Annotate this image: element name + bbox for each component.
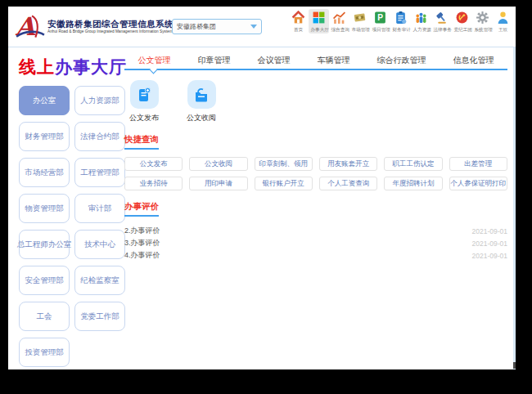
nav-item-label: 财务审计 — [393, 27, 409, 32]
nav-item-finance-audit[interactable]: 财务审计 — [390, 9, 411, 34]
quick-query-button[interactable]: 公文发布 — [124, 157, 183, 171]
sidebar-item-finance[interactable]: 财务管理部 — [19, 122, 70, 151]
project-icon: P — [373, 11, 387, 25]
evaluation-label: 2.办事评价 — [124, 226, 160, 236]
nav-item-label: 党纪工团 — [454, 27, 471, 32]
quick-query-button[interactable]: 用印申请 — [189, 177, 247, 190]
quick-query-button[interactable]: 用友账套开立 — [319, 157, 377, 171]
party-emblem-icon — [455, 11, 469, 25]
evaluation-label: 4.办事评价 — [124, 250, 160, 261]
main-content: 公文管理 印章管理 会议管理 车辆管理 综合行政管理 信息化管理 公文发布 公文… — [124, 54, 507, 262]
quick-query-button[interactable]: 公文收阅 — [189, 157, 247, 171]
top-nav: 首页 办事大厅 综合查询 市场管理 — [288, 9, 513, 34]
header: A 安徽路桥集团综合管理信息系统 Anhui Road & Bridge Gro… — [8, 7, 516, 47]
tab-info-management[interactable]: 信息化管理 — [453, 54, 494, 69]
nav-item-label: 综合查询 — [331, 27, 348, 32]
sidebar-item-engineering[interactable]: 工程管理部 — [74, 158, 125, 187]
chevron-down-icon — [250, 25, 257, 29]
chart-icon — [332, 11, 346, 25]
nav-item-human-resources[interactable]: 人力资源 — [411, 9, 431, 34]
page-title-part1: 线上 — [19, 57, 55, 76]
sidebar-item-chief-engineer[interactable]: 总工程师办公室 — [19, 230, 70, 259]
evaluation-section: 办事评价 2.办事评价 2021-09-01 3.办事评价 2021-09-01… — [124, 201, 507, 262]
quick-query-button[interactable]: 银行账户开立 — [255, 177, 313, 190]
sidebar-item-legal[interactable]: 法律合约部 — [74, 122, 125, 151]
list-item[interactable]: 4.办事评价 2021-09-01 — [124, 249, 507, 262]
document-publish-icon — [130, 80, 159, 109]
sidebar-item-union[interactable]: 工会 — [19, 302, 70, 331]
evaluation-title: 办事评价 — [124, 201, 507, 212]
svg-text:P: P — [377, 13, 383, 22]
sidebar-item-investment[interactable]: 投资管理部 — [19, 338, 70, 367]
app-subtitle: Anhui Road & Bridge Group Integrated Man… — [47, 29, 173, 34]
quick-query-button[interactable]: 个人工资查询 — [319, 177, 377, 190]
shortcut-label: 公文收阅 — [182, 113, 221, 123]
sidebar-item-safety[interactable]: 安全管理部 — [19, 266, 70, 295]
nav-item-party-union[interactable]: 党纪工团 — [452, 9, 472, 34]
list-item[interactable]: 3.办事评价 2021-09-01 — [124, 237, 507, 249]
nav-item-comprehensive-query[interactable]: 综合查询 — [329, 9, 349, 34]
quick-query-button[interactable]: 业务招待 — [124, 177, 183, 190]
list-item[interactable]: 2.办事评价 2021-09-01 — [124, 225, 507, 237]
quick-query-button[interactable]: 个人参保证明打印 — [449, 177, 507, 190]
gear-icon — [476, 11, 489, 25]
quick-query-button[interactable]: 出差管理 — [449, 157, 507, 171]
home-icon — [291, 11, 305, 25]
nav-item-label: 项目管理 — [372, 27, 389, 32]
quick-query-title: 快捷查询 — [124, 134, 507, 145]
money-icon — [353, 11, 367, 25]
app-title: 安徽路桥集团综合管理信息系统 — [47, 19, 179, 29]
evaluation-date: 2021-09-01 — [472, 227, 507, 235]
company-select-value: 安徽路桥集团 — [177, 22, 250, 31]
sidebar-item-party-committee[interactable]: 党委工作部 — [74, 302, 125, 331]
logo: A 安徽路桥集团综合管理信息系统 Anhui Road & Bridge Gro… — [15, 11, 179, 42]
company-select[interactable]: 安徽路桥集团 — [172, 19, 262, 34]
category-tabs: 公文管理 印章管理 会议管理 车辆管理 综合行政管理 信息化管理 — [124, 54, 507, 70]
sidebar-item-tech-center[interactable]: 技术中心 — [74, 230, 125, 259]
tab-meeting-management[interactable]: 会议管理 — [258, 54, 291, 69]
quick-query-button[interactable]: 印章刻制、领用 — [255, 157, 313, 171]
shortcut-document-read[interactable]: 公文收阅 — [182, 80, 221, 123]
evaluation-date: 2021-09-01 — [472, 252, 507, 260]
nav-item-label: 法律事务 — [434, 27, 450, 32]
quick-query-button[interactable]: 职工工伤认定 — [384, 157, 442, 171]
nav-item-label: 市场管理 — [352, 27, 368, 32]
page-title-part2: 办事大厅 — [55, 57, 127, 76]
tab-admin-management[interactable]: 综合行政管理 — [377, 54, 426, 69]
shortcut-document-publish[interactable]: 公文发布 — [124, 80, 164, 123]
evaluation-date: 2021-09-01 — [472, 240, 507, 248]
evaluation-underline — [124, 215, 159, 217]
sidebar-item-audit[interactable]: 审计部 — [74, 194, 125, 223]
user-avatar-icon — [496, 11, 510, 25]
sidebar-item-hr[interactable]: 人力资源部 — [74, 86, 125, 115]
nav-item-label: 人力资源 — [413, 27, 430, 32]
quick-query-underline — [124, 148, 159, 150]
tab-vehicle-management[interactable]: 车辆管理 — [318, 54, 350, 69]
evaluation-list: 2.办事评价 2021-09-01 3.办事评价 2021-09-01 4.办事… — [124, 225, 507, 262]
nav-item-market-management[interactable]: 市场管理 — [349, 9, 370, 34]
people-icon — [414, 11, 428, 25]
tab-seal-management[interactable]: 印章管理 — [198, 54, 231, 69]
quick-query-button[interactable]: 年度招聘计划 — [384, 177, 442, 190]
scrollbar-thumb[interactable] — [513, 362, 516, 369]
nav-item-service-hall[interactable]: 办事大厅 — [309, 9, 329, 34]
nav-item-legal-affairs[interactable]: 法律事务 — [431, 9, 452, 34]
department-sidebar: 办公室 人力资源部 财务管理部 法律合约部 市场经营部 工程管理部 物资管理部 … — [19, 86, 125, 367]
quick-query-section: 快捷查询 公文发布 公文收阅 印章刻制、领用 用友账套开立 职工工伤认定 出差管… — [124, 134, 507, 190]
nav-item-system-management[interactable]: 系统管理 — [472, 9, 493, 34]
nav-item-project-management[interactable]: P 项目管理 — [370, 9, 390, 34]
shortcut-row: 公文发布 公文收阅 — [124, 80, 507, 123]
page-title: 线上办事大厅 — [19, 57, 127, 77]
grid-squares-icon — [312, 11, 326, 25]
sidebar-item-materials[interactable]: 物资管理部 — [19, 194, 70, 223]
nav-item-home[interactable]: 首页 — [288, 9, 309, 34]
vertical-scrollbar[interactable] — [513, 47, 516, 369]
evaluation-label: 3.办事评价 — [124, 238, 160, 248]
logo-icon: A — [15, 11, 46, 42]
sidebar-item-office[interactable]: 办公室 — [19, 86, 70, 115]
user-menu[interactable]: 王欣 — [493, 9, 513, 34]
app-window: A 安徽路桥集团综合管理信息系统 Anhui Road & Bridge Gro… — [8, 7, 516, 369]
sidebar-item-discipline[interactable]: 纪检监察室 — [74, 266, 125, 295]
quick-query-grid: 公文发布 公文收阅 印章刻制、领用 用友账套开立 职工工伤认定 出差管理 业务招… — [124, 157, 507, 190]
sidebar-item-market[interactable]: 市场经营部 — [19, 158, 70, 187]
